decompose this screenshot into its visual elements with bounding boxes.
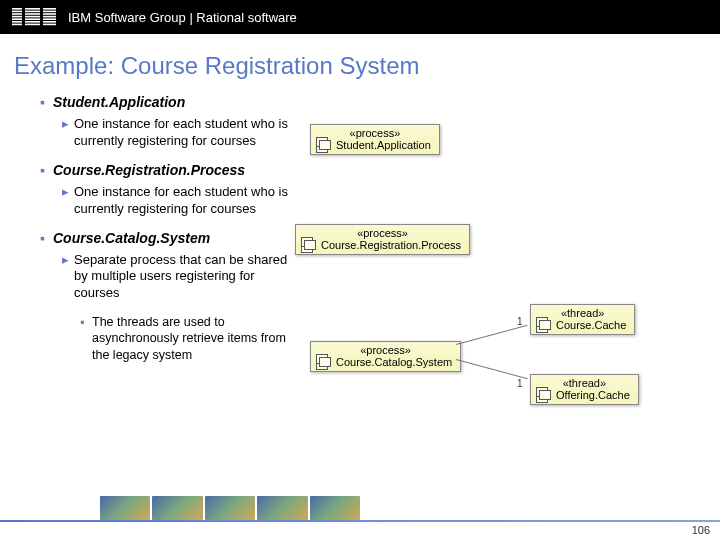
top-bar: IBM Software Group | Rational software xyxy=(0,0,720,34)
section-heading-1: Student.Application xyxy=(40,94,700,110)
uml-name: Course.Catalog.System xyxy=(319,356,452,368)
bullet-point: Separate process that can be shared by m… xyxy=(62,252,297,303)
svg-rect-1 xyxy=(12,11,56,13)
footer-divider xyxy=(0,520,720,522)
content-area: Student.Application One instance for eac… xyxy=(0,94,720,363)
uml-association-line xyxy=(456,359,528,379)
uml-class-course-cache: «thread» Course.Cache xyxy=(530,304,635,335)
footer-decorative-images xyxy=(100,496,360,520)
uml-class-student-application: «process» Student.Application xyxy=(310,124,440,155)
uml-name: Course.Cache xyxy=(539,319,626,331)
bullet-point: One instance for each student who is cur… xyxy=(62,184,297,218)
uml-name: Offering.Cache xyxy=(539,389,630,401)
svg-rect-5 xyxy=(12,21,56,23)
sub-bullet: The threads are used to asynchronously r… xyxy=(80,314,300,363)
uml-class-course-catalog: «process» Course.Catalog.System xyxy=(310,341,461,372)
uml-stereotype: «process» xyxy=(304,227,461,239)
bullet-point: One instance for each student who is cur… xyxy=(62,116,297,150)
header-breadcrumb: IBM Software Group | Rational software xyxy=(68,10,297,25)
uml-multiplicity: 1 xyxy=(517,378,523,389)
uml-association-line xyxy=(456,325,528,345)
svg-rect-3 xyxy=(12,16,56,18)
svg-rect-0 xyxy=(12,8,56,10)
svg-rect-8 xyxy=(40,8,43,26)
uml-name: Course.Registration.Process xyxy=(304,239,461,251)
svg-rect-2 xyxy=(12,13,56,15)
uml-stereotype: «process» xyxy=(319,127,431,139)
uml-stereotype: «process» xyxy=(319,344,452,356)
section-heading-2: Course.Registration.Process xyxy=(40,162,700,178)
page-title: Example: Course Registration System xyxy=(14,52,720,80)
svg-rect-6 xyxy=(12,24,56,26)
svg-rect-7 xyxy=(22,8,25,26)
ibm-logo-icon xyxy=(12,8,56,26)
uml-name: Student.Application xyxy=(319,139,431,151)
uml-class-offering-cache: «thread» Offering.Cache xyxy=(530,374,639,405)
uml-stereotype: «thread» xyxy=(539,307,626,319)
uml-class-course-registration: «process» Course.Registration.Process xyxy=(295,224,470,255)
page-number: 106 xyxy=(692,524,710,536)
uml-stereotype: «thread» xyxy=(539,377,630,389)
uml-multiplicity: 1 xyxy=(517,316,523,327)
svg-rect-4 xyxy=(12,18,56,20)
